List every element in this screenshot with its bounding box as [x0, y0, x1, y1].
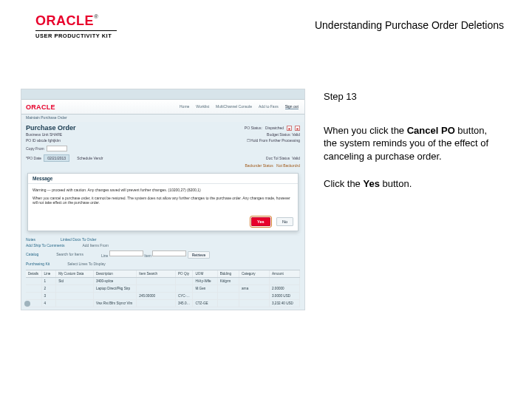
- p1-bold: Cancel PO: [407, 125, 455, 136]
- table-cell: Hi-lty-Wife: [193, 278, 217, 284]
- lower-panel: Notes Linked Docs To Order Add Ship To C…: [21, 236, 304, 308]
- breadcrumb: Maintain Purchase Order: [21, 115, 304, 122]
- registered-mark: ®: [94, 13, 98, 20]
- th-category: Category: [239, 270, 270, 277]
- linecol-label: Line: [101, 253, 108, 257]
- th-poqty: PO Qty: [176, 270, 194, 277]
- table-cell: [176, 285, 194, 292]
- app-header-bar: ORACLE Home Worklist MultiChannel Consol…: [21, 100, 304, 115]
- item-input[interactable]: [152, 250, 186, 256]
- oracle-wordmark: ORACLE: [35, 13, 94, 28]
- delete-icon[interactable]: [287, 126, 292, 131]
- page-title: Understanding Purchase Order Deletions: [315, 19, 504, 31]
- table-cell: Std: [56, 278, 94, 284]
- message-line2: When you cancel a purchase order, it can…: [33, 196, 293, 205]
- doctol-value: Valid: [292, 156, 300, 160]
- message-title: Message: [28, 174, 298, 184]
- copyfrom-label: Copy From: [26, 146, 44, 151]
- top-nav: Home Worklist MultiChannel Console Add t…: [180, 104, 299, 109]
- table-cell: [218, 285, 239, 292]
- instruction-paragraph-2: Click the Yes button.: [324, 177, 502, 191]
- podate-value[interactable]: 02/21/2013: [44, 154, 69, 162]
- oracle-upk-logo: ORACLE® USER PRODUCTIVITY KIT: [35, 13, 117, 39]
- catalog-link[interactable]: Catalog: [26, 252, 38, 256]
- line-input[interactable]: [109, 250, 143, 256]
- app-brand: ORACLE: [26, 103, 55, 111]
- nav-mcconsole[interactable]: MultiChannel Console: [216, 104, 252, 109]
- th-details: Details: [26, 270, 42, 277]
- instruction-panel: Step 13 When you click the Cancel PO but…: [324, 90, 502, 205]
- message-body: Warning — proceed with caution. Any chan…: [28, 184, 298, 211]
- lines-table: Details Line My Custom Data Description …: [26, 270, 300, 307]
- message-buttons: Yes No: [28, 211, 298, 231]
- table-cell: 3: [42, 293, 57, 299]
- table-cell: [193, 293, 217, 299]
- table-cell: Vwx Rst Bfm Styrxz Vlm: [94, 300, 137, 307]
- po-title-row: Purchase Order PO Status: Dispatched: [21, 122, 304, 132]
- po-subrow2: PO ID abcde fghijklm ☐ Hold From Further…: [21, 138, 304, 144]
- table-cell: [56, 300, 94, 307]
- p2-part-c: button.: [380, 178, 412, 189]
- table-cell: [26, 293, 42, 299]
- table-cell: M.Gen: [193, 285, 217, 292]
- podate-label: *PO Date: [26, 156, 41, 160]
- po-status-label: PO Status:: [245, 126, 262, 130]
- table-row: 4Vwx Rst Bfm Styrxz Vlm345.00000CTZ-GE3,…: [26, 300, 300, 307]
- nav-addfav[interactable]: Add to Favs: [259, 104, 279, 109]
- no-button[interactable]: No: [276, 217, 293, 226]
- po-status-value: Dispatched: [265, 126, 284, 130]
- add-shipto-link[interactable]: Add Ship To Comments: [26, 243, 64, 248]
- p2-part-a: Click the: [324, 178, 363, 189]
- table-cell: [218, 300, 239, 307]
- budget-label: Budget Status:: [267, 132, 291, 137]
- bu-value: SHARE: [50, 132, 62, 137]
- nav-home[interactable]: Home: [180, 104, 189, 109]
- backorder-label: Backorder Status: [245, 163, 273, 168]
- table-row: 1Std3400-spliceHi-lty-WifeKit/grm: [26, 278, 300, 285]
- table-cell: 2.00000: [270, 285, 300, 292]
- table-cell: 4: [42, 300, 57, 307]
- message-dialog: Message Warning — proceed with caution. …: [27, 173, 299, 231]
- cancel-icon[interactable]: [295, 126, 300, 131]
- th-uom: UOM: [193, 270, 217, 277]
- copyfrom-input[interactable]: [47, 146, 67, 151]
- table-cell: 3400-splice: [94, 278, 137, 284]
- table-cell: [137, 285, 176, 292]
- th-itemsearch: Item Search: [137, 270, 176, 277]
- retrieve-button[interactable]: Retrieve: [188, 251, 211, 259]
- table-cell: [239, 300, 270, 307]
- step-label: Step 13: [324, 90, 502, 103]
- table-cell: [94, 293, 137, 299]
- table-cell: [56, 293, 94, 299]
- th-custom: My Custom Data: [56, 270, 94, 277]
- scroll-indicator-icon: [24, 301, 30, 307]
- table-cell: Kit/grm: [218, 278, 239, 284]
- table-cell: [176, 278, 194, 284]
- app-screenshot: ORACLE Home Worklist MultiChannel Consol…: [21, 89, 305, 310]
- bu-label: Business Unit: [26, 132, 49, 137]
- table-cell: 3,232.40 USD: [270, 300, 300, 307]
- table-row: 2Laptop Direct/Pkg StrpM.Genarna2.00000: [26, 285, 300, 293]
- table-cell: arna: [239, 285, 270, 292]
- th-line: Line: [42, 270, 57, 277]
- table-cell: [137, 300, 176, 307]
- table-cell: [26, 285, 42, 292]
- upk-product-line: USER PRODUCTIVITY KIT: [35, 33, 117, 39]
- table-cell: 1: [42, 278, 57, 284]
- doc-header: ORACLE® USER PRODUCTIVITY KIT Understand…: [0, 13, 532, 43]
- table-row: 3245.00000CYC-M23.0000 USD: [26, 293, 300, 300]
- search-label: Search for Items: [56, 252, 83, 256]
- po-date-row: *PO Date 02/21/2013 Schedule Vendr Doc T…: [21, 153, 304, 163]
- p2-bold: Yes: [363, 178, 379, 189]
- table-cell: 3.0000 USD: [270, 293, 300, 299]
- th-bidding: Bidding: [218, 270, 239, 277]
- nav-signout[interactable]: Sign out: [285, 104, 299, 109]
- table-cell: CTZ-GE: [193, 300, 217, 307]
- p1-part-a: When you click the: [324, 125, 407, 136]
- table-cell: CYC-M2: [176, 293, 194, 299]
- notes-link[interactable]: Notes: [26, 237, 35, 242]
- yes-button[interactable]: Yes: [251, 217, 270, 226]
- window-chrome: [21, 89, 304, 100]
- nav-worklist[interactable]: Worklist: [196, 104, 209, 109]
- purchasing-kit-link[interactable]: Purchasing Kit: [26, 262, 50, 266]
